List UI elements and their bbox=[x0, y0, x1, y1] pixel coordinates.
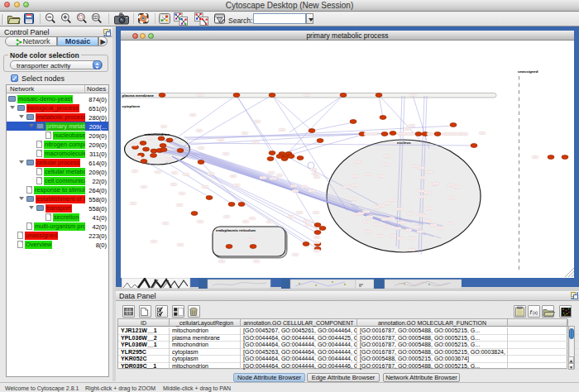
svg-text:plasma membrane: plasma membrane bbox=[122, 93, 155, 98]
svg-text:(x): (x) bbox=[533, 310, 538, 315]
svg-text:nucleus: nucleus bbox=[397, 141, 411, 145]
svg-text:cytoplasm: cytoplasm bbox=[122, 104, 141, 108]
svg-text:mitochondrion: mitochondrion bbox=[145, 132, 170, 136]
svg-text:endoplasmic reticulum: endoplasmic reticulum bbox=[216, 228, 256, 232]
svg-text:unassigned: unassigned bbox=[518, 69, 538, 74]
